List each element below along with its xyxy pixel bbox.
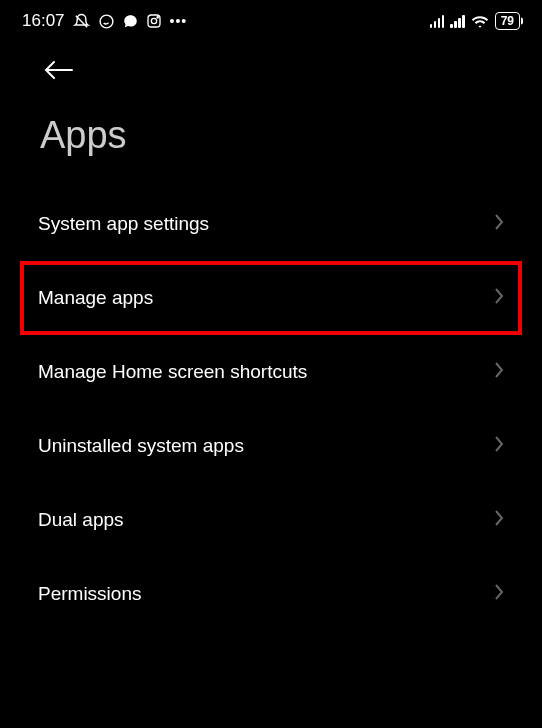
svg-point-0 [100,15,113,28]
menu-item-uninstalled-system-apps[interactable]: Uninstalled system apps [20,409,522,483]
wifi-icon [471,14,489,28]
menu-item-manage-home-shortcuts[interactable]: Manage Home screen shortcuts [20,335,522,409]
menu-item-manage-apps[interactable]: Manage apps [20,261,522,335]
chat-icon [123,14,138,29]
signal-1-icon [430,14,445,28]
back-button[interactable] [0,40,542,104]
menu-item-system-app-settings[interactable]: System app settings [20,187,522,261]
instagram-icon [146,13,162,29]
menu-label: Dual apps [38,509,124,531]
chevron-right-icon [494,509,504,531]
menu-label: Uninstalled system apps [38,435,244,457]
menu-list: System app settings Manage apps Manage H… [0,187,542,631]
chevron-right-icon [494,583,504,605]
chevron-right-icon [494,361,504,383]
more-notifications-icon: ••• [170,13,188,29]
menu-label: Manage Home screen shortcuts [38,361,307,383]
chevron-right-icon [494,213,504,235]
menu-label: Permissions [38,583,141,605]
menu-label: Manage apps [38,287,153,309]
menu-item-permissions[interactable]: Permissions [20,557,522,631]
signal-2-icon [450,14,465,28]
page-title: Apps [0,104,542,187]
notification-muted-icon [73,13,90,30]
whatsapp-icon [98,13,115,30]
status-right: 79 [430,12,520,30]
status-left: 16:07 ••• [22,11,187,31]
battery-indicator: 79 [495,12,520,30]
chevron-right-icon [494,435,504,457]
svg-point-2 [151,18,156,23]
chevron-right-icon [494,287,504,309]
status-bar: 16:07 ••• [0,0,542,40]
status-time: 16:07 [22,11,65,31]
svg-point-3 [157,17,158,18]
menu-item-dual-apps[interactable]: Dual apps [20,483,522,557]
battery-level: 79 [501,14,514,28]
menu-label: System app settings [38,213,209,235]
